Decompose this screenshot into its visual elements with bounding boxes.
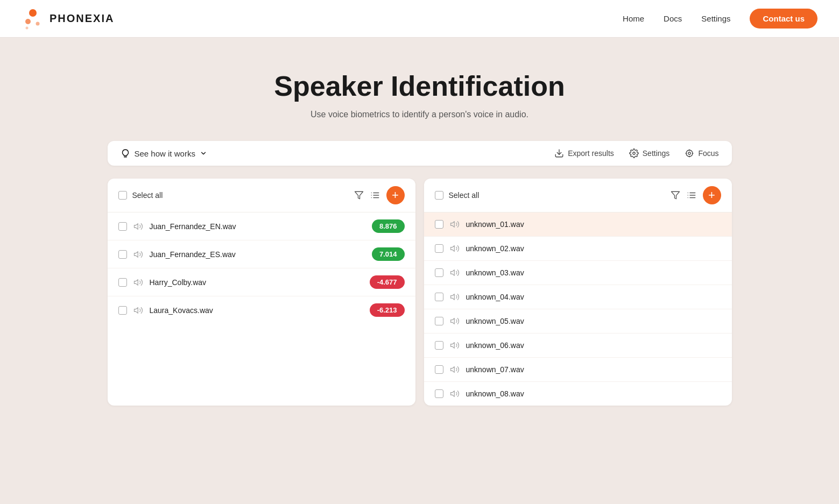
right-panel-header: Select all + bbox=[424, 179, 732, 212]
item-checkbox[interactable] bbox=[118, 250, 127, 259]
toolbar: See how it works Export results Settings bbox=[108, 141, 732, 166]
page-title: Speaker Identification bbox=[11, 70, 828, 102]
svg-marker-32 bbox=[450, 367, 454, 373]
export-button[interactable]: Export results bbox=[554, 148, 614, 158]
item-checkbox[interactable] bbox=[435, 268, 443, 277]
audio-icon bbox=[450, 389, 460, 399]
svg-marker-8 bbox=[355, 191, 363, 199]
item-checkbox[interactable] bbox=[118, 306, 127, 315]
settings-button[interactable]: Settings bbox=[629, 148, 670, 158]
item-checkbox[interactable] bbox=[435, 365, 443, 374]
svg-point-3 bbox=[26, 26, 29, 29]
navigation: PHONEXIA Home Docs Settings Contact us bbox=[0, 0, 839, 38]
item-filename: Juan_Fernandez_EN.wav bbox=[150, 222, 365, 231]
audio-icon bbox=[450, 316, 460, 326]
item-filename: Harry_Colby.wav bbox=[150, 278, 363, 287]
audio-icon bbox=[133, 222, 143, 231]
chevron-down-icon bbox=[200, 150, 207, 157]
list-item[interactable]: Juan_Fernandez_EN.wav 8.876 bbox=[108, 212, 415, 240]
audio-icon bbox=[450, 365, 460, 374]
audio-icon bbox=[450, 292, 460, 302]
score-badge: -6.213 bbox=[370, 303, 405, 317]
svg-marker-29 bbox=[450, 294, 454, 300]
item-filename: unknown_08.wav bbox=[466, 389, 721, 398]
logo-icon bbox=[22, 8, 44, 30]
list-item[interactable]: unknown_06.wav bbox=[424, 333, 732, 358]
focus-button[interactable]: Focus bbox=[685, 148, 718, 158]
list-item[interactable]: unknown_03.wav bbox=[424, 261, 732, 285]
list-item[interactable]: unknown_02.wav bbox=[424, 237, 732, 261]
item-checkbox[interactable] bbox=[435, 293, 443, 301]
item-filename: unknown_06.wav bbox=[466, 341, 721, 350]
item-checkbox[interactable] bbox=[435, 244, 443, 253]
item-checkbox[interactable] bbox=[118, 278, 127, 287]
audio-icon bbox=[450, 340, 460, 350]
score-badge: 8.876 bbox=[372, 219, 405, 233]
left-select-all-label: Select all bbox=[132, 191, 163, 200]
svg-marker-30 bbox=[450, 318, 454, 324]
list-item[interactable]: unknown_04.wav bbox=[424, 285, 732, 309]
list-item[interactable]: Laura_Kovacs.wav -6.213 bbox=[108, 296, 415, 324]
left-panel-header: Select all + bbox=[108, 179, 415, 212]
right-header-actions: + bbox=[671, 186, 721, 204]
item-checkbox[interactable] bbox=[435, 341, 443, 350]
list-item[interactable]: unknown_07.wav bbox=[424, 358, 732, 382]
item-checkbox[interactable] bbox=[118, 222, 127, 231]
logo-text: PHONEXIA bbox=[50, 12, 114, 25]
svg-point-0 bbox=[29, 9, 37, 17]
svg-point-2 bbox=[36, 22, 40, 25]
item-checkbox[interactable] bbox=[435, 389, 443, 398]
list-item[interactable]: Juan_Fernandez_ES.wav 7.014 bbox=[108, 240, 415, 268]
svg-marker-15 bbox=[134, 223, 138, 229]
contact-button[interactable]: Contact us bbox=[750, 9, 817, 29]
right-select-all-checkbox[interactable] bbox=[435, 191, 443, 200]
left-select-all-checkbox[interactable] bbox=[118, 191, 127, 200]
right-file-list: unknown_01.wav unknown_02.wav unknown_03… bbox=[424, 212, 732, 406]
list-item[interactable]: Harry_Colby.wav -4.677 bbox=[108, 268, 415, 296]
page-subtitle: Use voice biometrics to identify a perso… bbox=[11, 110, 828, 119]
nav-home[interactable]: Home bbox=[623, 14, 644, 23]
filter-icon-right[interactable] bbox=[671, 190, 680, 200]
right-add-button[interactable]: + bbox=[703, 186, 721, 204]
sort-icon-left[interactable] bbox=[370, 190, 380, 200]
list-item[interactable]: unknown_01.wav bbox=[424, 212, 732, 237]
item-filename: unknown_04.wav bbox=[466, 293, 721, 301]
bulb-icon bbox=[121, 148, 130, 158]
toolbar-actions: Export results Settings Focus bbox=[554, 148, 718, 158]
filter-icon-left[interactable] bbox=[354, 190, 364, 200]
sort-icon-right[interactable] bbox=[687, 190, 696, 200]
left-header-actions: + bbox=[354, 186, 405, 204]
item-filename: unknown_05.wav bbox=[466, 317, 721, 325]
item-filename: unknown_02.wav bbox=[466, 244, 721, 253]
item-filename: Laura_Kovacs.wav bbox=[150, 306, 363, 315]
audio-icon bbox=[450, 244, 460, 253]
svg-marker-16 bbox=[134, 251, 138, 257]
audio-icon bbox=[450, 268, 460, 278]
list-item[interactable]: unknown_08.wav bbox=[424, 382, 732, 406]
svg-marker-18 bbox=[134, 307, 138, 313]
download-icon bbox=[554, 148, 564, 158]
nav-settings[interactable]: Settings bbox=[701, 14, 730, 23]
audio-icon bbox=[133, 278, 143, 287]
item-checkbox[interactable] bbox=[435, 317, 443, 325]
left-add-button[interactable]: + bbox=[386, 186, 405, 204]
svg-marker-26 bbox=[450, 222, 454, 228]
nav-links: Home Docs Settings Contact us bbox=[623, 9, 817, 29]
svg-point-5 bbox=[633, 152, 636, 155]
right-select-all-label: Select all bbox=[449, 191, 480, 200]
see-how-button[interactable]: See how it works bbox=[121, 148, 207, 158]
svg-marker-28 bbox=[450, 270, 454, 276]
svg-marker-27 bbox=[450, 246, 454, 252]
right-select-all[interactable]: Select all bbox=[435, 191, 480, 200]
nav-docs[interactable]: Docs bbox=[664, 14, 682, 23]
svg-point-7 bbox=[686, 150, 693, 157]
audio-icon bbox=[133, 306, 143, 315]
svg-point-6 bbox=[688, 152, 691, 155]
list-item[interactable]: unknown_05.wav bbox=[424, 309, 732, 333]
left-file-list: Juan_Fernandez_EN.wav 8.876 Juan_Fernand… bbox=[108, 212, 415, 324]
logo: PHONEXIA bbox=[22, 8, 114, 30]
left-select-all[interactable]: Select all bbox=[118, 191, 163, 200]
right-panel: Select all + unknown_01.wav bbox=[424, 179, 732, 406]
audio-icon bbox=[450, 219, 460, 229]
item-checkbox[interactable] bbox=[435, 220, 443, 229]
